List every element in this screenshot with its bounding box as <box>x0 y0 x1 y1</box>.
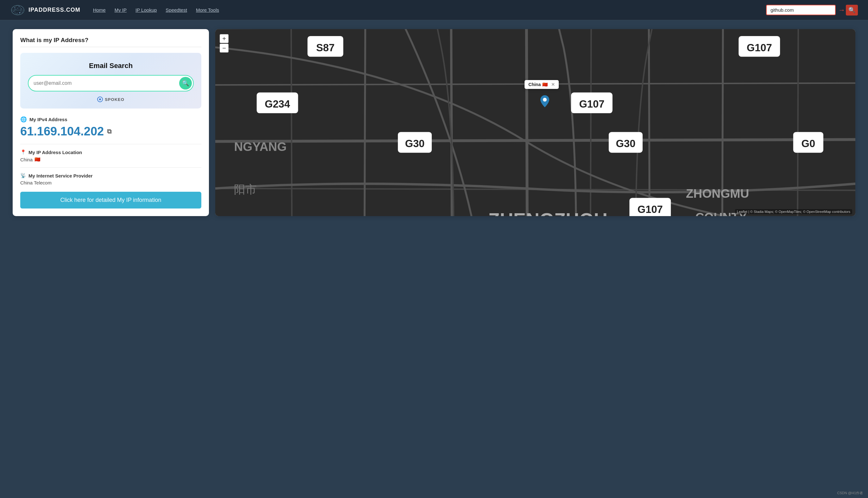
logo-area: IPADDRESS.COM <box>10 4 80 16</box>
svg-text:G234: G234 <box>264 98 290 110</box>
map-panel: S87 S32 G107 G234 G107 G30 G30 <box>215 29 855 216</box>
svg-text:阳市: 阳市 <box>234 183 257 196</box>
isp-label: 📡 My Internet Service Provider <box>20 173 201 179</box>
location-pin-icon: 📍 <box>20 149 26 155</box>
svg-point-5 <box>19 6 19 7</box>
map-location-pin <box>540 95 549 109</box>
svg-point-6 <box>21 9 22 9</box>
svg-text:S87: S87 <box>316 42 335 53</box>
zoom-in-button[interactable]: + <box>220 34 229 43</box>
svg-point-10 <box>19 12 20 13</box>
svg-point-12 <box>17 8 18 9</box>
ipv4-section: 🌐 My IPv4 Address 61.169.104.202 ⧉ <box>20 116 201 138</box>
svg-point-4 <box>14 7 15 8</box>
logo-icon <box>10 4 25 16</box>
nav-home[interactable]: Home <box>93 7 106 13</box>
isp-section: 📡 My Internet Service Provider China Tel… <box>20 173 201 185</box>
spokeo-label: SPOKEO <box>105 97 125 102</box>
site-title: IPADDRESS.COM <box>28 6 80 13</box>
svg-line-24 <box>364 29 366 216</box>
email-search-row: 🔍 <box>28 75 194 91</box>
isp-value: China Telecom <box>20 180 201 185</box>
svg-text:G30: G30 <box>405 137 425 149</box>
arrow-right-icon: → <box>838 6 845 14</box>
location-section: 📍 My IP Address Location China 🇨🇳 <box>20 149 201 162</box>
nav-more-tools[interactable]: More Tools <box>196 7 219 13</box>
svg-text:G0: G0 <box>802 137 815 149</box>
popup-flag: 🇨🇳 <box>542 82 548 87</box>
divider-1 <box>20 144 201 144</box>
panel-title: What is my IP Address? <box>20 37 201 47</box>
nav-speedtest[interactable]: Speedtest <box>166 7 187 13</box>
map-controls: + − <box>220 34 229 53</box>
header: IPADDRESS.COM Home My IP IP Lookup Speed… <box>0 0 868 20</box>
map-attribution: Leaflet | © Stadia Maps; © OpenMapTiles;… <box>735 209 852 214</box>
email-search-button[interactable]: 🔍 <box>179 77 192 90</box>
svg-text:G107: G107 <box>637 204 663 215</box>
main-nav: Home My IP IP Lookup Speedtest More Tool… <box>93 7 766 13</box>
email-widget-title: Email Search <box>28 62 194 70</box>
svg-text:G30: G30 <box>616 137 636 149</box>
map-popup: China 🇨🇳 ✕ <box>524 80 559 89</box>
svg-point-8 <box>22 12 23 12</box>
nav-ip-lookup[interactable]: IP Lookup <box>135 7 157 13</box>
map-svg: S87 S32 G107 G234 G107 G30 G30 <box>215 29 855 216</box>
csdn-watermark: CSDN @H1作者 <box>837 491 863 496</box>
spokeo-icon <box>97 96 103 102</box>
map-container[interactable]: S87 S32 G107 G234 G107 G30 G30 <box>215 29 855 216</box>
svg-text:G107: G107 <box>579 98 604 110</box>
wifi-icon: 📡 <box>20 173 26 179</box>
svg-point-79 <box>543 98 547 102</box>
svg-point-9 <box>17 13 17 14</box>
email-widget: Email Search 🔍 SPOKEO <box>20 53 201 108</box>
popup-close-button[interactable]: ✕ <box>551 82 555 87</box>
email-search-input[interactable] <box>34 80 179 86</box>
copy-icon[interactable]: ⧉ <box>107 128 112 135</box>
search-icon: 🔍 <box>848 6 855 14</box>
svg-text:NGYANG: NGYANG <box>234 140 286 154</box>
main-content: What is my IP Address? Email Search 🔍 SP… <box>0 20 868 225</box>
location-value: China 🇨🇳 <box>20 157 201 162</box>
svg-point-7 <box>13 11 14 12</box>
divider-2 <box>20 167 201 168</box>
search-button[interactable]: 🔍 <box>846 5 858 15</box>
location-label: 📍 My IP Address Location <box>20 149 201 155</box>
svg-text:G107: G107 <box>747 42 772 53</box>
ipv4-label: 🌐 My IPv4 Address <box>20 116 201 123</box>
svg-line-17 <box>215 140 855 141</box>
left-panel: What is my IP Address? Email Search 🔍 SP… <box>13 29 209 216</box>
svg-point-11 <box>15 9 16 10</box>
nav-myip[interactable]: My IP <box>115 7 127 13</box>
search-input[interactable]: github.com <box>766 5 836 15</box>
zoom-out-button[interactable]: − <box>220 44 229 53</box>
svg-text:ZHENGZHOU: ZHENGZHOU <box>488 209 608 216</box>
china-flag: 🇨🇳 <box>35 157 40 162</box>
ipv4-value: 61.169.104.202 ⧉ <box>20 124 201 138</box>
search-arrow-btn[interactable]: → 🔍 <box>838 5 858 15</box>
detail-button[interactable]: Click here for detailed My IP informatio… <box>20 192 201 209</box>
svg-line-28 <box>648 29 650 216</box>
header-search: github.com → 🔍 <box>766 5 858 15</box>
email-search-icon: 🔍 <box>182 80 189 87</box>
spokeo-brand: SPOKEO <box>28 96 194 102</box>
popup-label: China <box>528 82 541 87</box>
globe-icon: 🌐 <box>20 116 27 123</box>
svg-text:ZHONGMU: ZHONGMU <box>686 187 749 200</box>
